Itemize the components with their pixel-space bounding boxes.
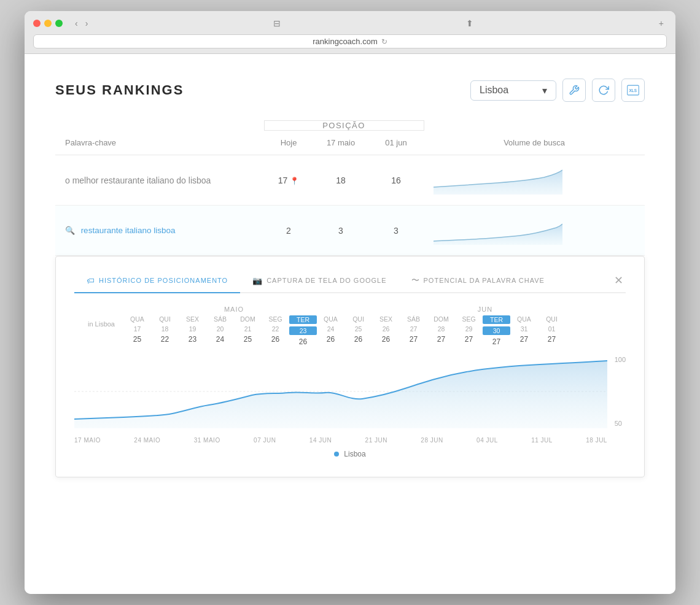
location-dropdown[interactable]: Lisboa ▾ — [470, 80, 556, 101]
day-name: DOM — [234, 315, 262, 323]
day-name: QUA — [317, 315, 344, 323]
x-label: 14 JUN — [309, 437, 332, 444]
col-header-maio: 17 maio — [313, 131, 368, 155]
wrench-button[interactable] — [562, 79, 586, 102]
day-date: 31 — [510, 325, 538, 333]
day-col-20: SÁB 20 24 — [206, 315, 234, 346]
col-header-keyword: Palavra-chave — [55, 131, 264, 155]
day-rank: 26 — [372, 335, 400, 344]
mini-chart-svg-2 — [434, 214, 562, 245]
day-col-29: SEG 29 27 — [455, 315, 483, 346]
month-jun-label: JUN — [344, 306, 626, 313]
mini-chart-svg-1 — [434, 164, 562, 195]
x-label: 17 MAIO — [74, 437, 101, 444]
day-rank: 25 — [234, 335, 262, 344]
legend-dot — [334, 452, 339, 457]
day-col-17: QUA 17 25 — [123, 315, 151, 346]
refresh-button[interactable] — [592, 79, 615, 102]
day-name: SÁB — [400, 315, 427, 323]
volume-chart-2 — [424, 206, 645, 256]
tag-icon: 🏷 — [87, 276, 95, 285]
svg-text:XLS: XLS — [629, 88, 637, 93]
day-date: 22 — [262, 325, 289, 333]
keyword-cell-1: o melhor restaurante italiano do lisboa — [55, 155, 264, 206]
day-date: 27 — [400, 325, 427, 333]
close-button[interactable] — [33, 20, 41, 27]
x-label: 07 JUN — [254, 437, 276, 444]
new-tab-button[interactable]: + — [656, 17, 667, 29]
day-date: 20 — [206, 325, 234, 333]
calendar-section: MAIO JUN in Lisboa QUA 17 25 QUI 18 22 S… — [74, 306, 626, 346]
minimize-button[interactable] — [44, 20, 52, 27]
day-rank: 27 — [455, 335, 483, 344]
day-col-19: SEX 19 23 — [179, 315, 206, 346]
x-label: 18 JUL — [586, 437, 607, 444]
browser-chrome: ‹ › ⊟ ⬆ + rankingcoach.com ↻ — [25, 11, 675, 54]
month-maio-label: MAIO — [123, 306, 344, 313]
day-rank: 24 — [206, 335, 234, 344]
day-date: 21 — [234, 325, 262, 333]
day-col-22: SEG 22 26 — [262, 315, 289, 346]
maximize-button[interactable] — [55, 20, 63, 27]
tab-potencial[interactable]: 〜 POTENCIAL DA PALAVRA CHAVE — [399, 269, 557, 293]
search-icon: 🔍 — [65, 226, 77, 235]
volume-chart-1 — [424, 155, 645, 206]
tab-captura[interactable]: 📷 CAPTURA DE TELA DO GOOGLE — [240, 269, 399, 293]
day-col-26: SEX 26 26 — [372, 315, 400, 346]
day-rank: 25 — [123, 335, 151, 344]
forward-button[interactable]: › — [83, 17, 91, 29]
rank-maio-1: 18 — [313, 155, 368, 206]
day-col-30: TER 30 27 — [483, 315, 510, 346]
day-name: QUA — [510, 315, 538, 323]
col-header-jun: 01 jun — [368, 131, 424, 155]
day-date: 19 — [179, 325, 206, 333]
y-label-50: 50 — [615, 420, 626, 427]
camera-icon: 📷 — [252, 276, 263, 285]
browser-window: ‹ › ⊟ ⬆ + rankingcoach.com ↻ SEUS RANKIN… — [25, 11, 675, 594]
page-title: SEUS RANKINGS — [55, 82, 184, 98]
legend-label: Lisboa — [344, 450, 365, 458]
reader-view-button[interactable]: ⊟ — [270, 17, 284, 29]
posicao-header-row: POSIÇÃO — [55, 121, 645, 131]
day-rank: 26 — [262, 335, 289, 344]
back-button[interactable]: ‹ — [72, 17, 80, 29]
rank-jun-1: 16 — [368, 155, 424, 206]
x-label: 21 JUN — [365, 437, 387, 444]
refresh-icon: ↻ — [381, 37, 387, 46]
keyword-cell-2[interactable]: 🔍 restaurante italiano lisboa — [55, 206, 264, 256]
day-name: SEG — [455, 315, 483, 323]
day-col-31: QUA 31 27 — [510, 315, 538, 346]
in-location-label: in Lisboa — [74, 315, 123, 328]
tab-historico-label: HISTÓRICO DE POSICIONAMENTO — [99, 277, 228, 284]
day-date: 01 — [538, 325, 566, 333]
close-panel-button[interactable]: ✕ — [612, 274, 626, 287]
day-date: 17 — [123, 325, 151, 333]
keyword-text-1: o melhor restaurante italiano do lisboa — [65, 175, 211, 185]
day-col-24: QUA 24 26 — [317, 315, 344, 346]
day-rank: 26 — [317, 335, 344, 344]
day-col-18: QUI 18 22 — [151, 315, 179, 346]
historico-panel: 🏷 HISTÓRICO DE POSICIONAMENTO 📷 CAPTURA … — [55, 256, 645, 477]
table-header: Palavra-chave Hoje 17 maio 01 jun Volume… — [55, 131, 645, 155]
day-rank: 27 — [510, 335, 538, 344]
day-date: 18 — [151, 325, 179, 333]
day-rank: 27 — [427, 335, 455, 344]
day-col-21: DOM 21 25 — [234, 315, 262, 346]
address-bar[interactable]: rankingcoach.com ↻ — [33, 34, 667, 48]
day-date: 23 — [289, 326, 317, 335]
calendar-grid: in Lisboa QUA 17 25 QUI 18 22 SEX 19 23 … — [74, 315, 626, 346]
day-rank: 27 — [400, 335, 427, 344]
tab-historico[interactable]: 🏷 HISTÓRICO DE POSICIONAMENTO — [74, 269, 240, 293]
day-col-27: SÁB 27 27 — [400, 315, 427, 346]
share-button[interactable]: ⬆ — [463, 17, 476, 29]
x-label: 28 JUN — [421, 437, 443, 444]
day-name: TER — [289, 315, 317, 324]
refresh-icon — [598, 85, 609, 96]
xls-button[interactable]: XLS — [621, 79, 645, 102]
day-name: QUI — [151, 315, 179, 323]
traffic-lights — [33, 20, 63, 27]
col-header-hoje: Hoje — [264, 131, 313, 155]
chart-x-labels: 17 MAIO24 MAIO31 MAIO07 JUN14 JUN21 JUN2… — [74, 437, 626, 444]
x-label: 11 JUL — [531, 437, 553, 444]
day-col-25: QUI 25 26 — [344, 315, 372, 346]
